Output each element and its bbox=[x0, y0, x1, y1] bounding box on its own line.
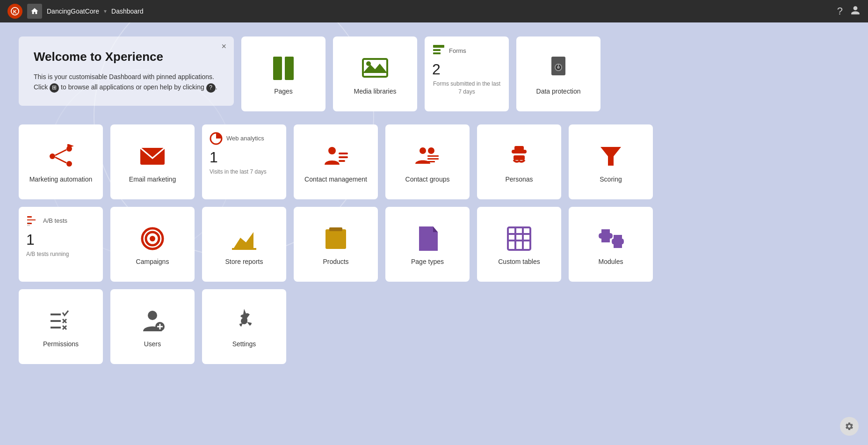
tile-custom-tables-label: Custom tables bbox=[498, 257, 540, 266]
tile-pages-label: Pages bbox=[274, 87, 293, 95]
tile-modules-label: Modules bbox=[599, 257, 623, 266]
svg-rect-24 bbox=[339, 156, 348, 158]
tile-media-libraries[interactable]: Media libraries bbox=[333, 36, 417, 111]
svg-rect-29 bbox=[427, 158, 439, 160]
svg-point-6 bbox=[366, 61, 371, 66]
forms-stat-desc: Forms submitted in the last 7 days bbox=[432, 80, 501, 96]
svg-point-13 bbox=[50, 153, 55, 159]
svg-rect-33 bbox=[514, 155, 525, 160]
svg-marker-5 bbox=[363, 64, 387, 73]
svg-line-16 bbox=[55, 150, 66, 155]
tile-data-protection[interactable]: Data protection bbox=[516, 36, 600, 111]
apps-inline-icon: ⊞ bbox=[50, 83, 59, 93]
tile-marketing-automation[interactable]: Marketing automation bbox=[19, 124, 103, 199]
bottom-settings-button[interactable] bbox=[840, 417, 859, 436]
svg-marker-34 bbox=[600, 147, 621, 166]
forms-stat-name: Forms bbox=[449, 47, 466, 54]
tile-scoring[interactable]: Scoring bbox=[569, 124, 653, 199]
svg-rect-7 bbox=[433, 45, 444, 48]
svg-rect-43 bbox=[232, 248, 256, 250]
svg-point-42 bbox=[150, 236, 155, 241]
tile-contact-groups-label: Contact groups bbox=[405, 175, 450, 183]
svg-rect-47 bbox=[508, 227, 530, 250]
tile-contact-management[interactable]: Contact management bbox=[294, 124, 378, 199]
forms-stat-number: 2 bbox=[432, 61, 441, 78]
svg-point-27 bbox=[428, 147, 434, 154]
help-button[interactable]: ? bbox=[837, 5, 843, 17]
svg-marker-44 bbox=[234, 232, 253, 248]
tile-personas-label: Personas bbox=[505, 175, 533, 183]
row1-tiles: Pages Media libraries bbox=[241, 36, 600, 111]
tile-custom-tables[interactable]: Custom tables bbox=[477, 207, 561, 282]
tile-campaigns[interactable]: Campaigns bbox=[110, 207, 195, 282]
welcome-panel: Welcome to Xperience × This is your cust… bbox=[19, 36, 234, 106]
tile-permissions-label: Permissions bbox=[43, 340, 79, 348]
home-button[interactable] bbox=[27, 4, 42, 19]
svg-rect-18 bbox=[67, 144, 69, 150]
tile-contact-groups[interactable]: Contact groups bbox=[385, 124, 470, 199]
svg-point-15 bbox=[66, 161, 72, 167]
ab-stat-desc: A/B tests running bbox=[26, 250, 69, 258]
tile-contact-mgmt-label: Contact management bbox=[304, 175, 367, 183]
tile-web-analytics[interactable]: Web analytics 1 Visits in the last 7 day… bbox=[202, 124, 286, 199]
row4-tiles: Permissions Users bbox=[19, 289, 653, 364]
svg-rect-2 bbox=[273, 57, 282, 80]
welcome-title: Welcome to Xperience bbox=[34, 50, 219, 64]
ab-stat-number: 1 bbox=[26, 231, 35, 248]
tile-page-types-label: Page types bbox=[411, 257, 444, 266]
top-navigation: K DancingGoatCore ▾ Dashboard ? bbox=[0, 0, 868, 22]
svg-text:K: K bbox=[13, 9, 17, 15]
help-inline-icon: ? bbox=[206, 83, 216, 93]
tile-users[interactable]: Users bbox=[110, 289, 195, 364]
tile-products[interactable]: Products bbox=[294, 207, 378, 282]
svg-point-22 bbox=[328, 147, 336, 154]
tile-personas[interactable]: Personas bbox=[477, 124, 561, 199]
tile-forms[interactable]: Forms 2 Forms submitted in the last 7 da… bbox=[425, 36, 509, 111]
tile-store-reports-label: Store reports bbox=[225, 257, 263, 266]
ab-stat-name: A/B tests bbox=[43, 217, 67, 224]
svg-rect-4 bbox=[363, 59, 387, 77]
welcome-description: This is your customisable Dashboard with… bbox=[34, 72, 219, 93]
svg-rect-30 bbox=[427, 161, 435, 162]
svg-point-59 bbox=[148, 311, 157, 320]
row3-tiles: A/B tests 1 A/B tests running Campaigns bbox=[19, 207, 653, 282]
tile-settings[interactable]: Settings bbox=[202, 289, 286, 364]
tile-scoring-label: Scoring bbox=[600, 175, 622, 183]
svg-rect-3 bbox=[285, 57, 294, 80]
tile-settings-label: Settings bbox=[232, 340, 256, 348]
svg-point-12 bbox=[557, 66, 560, 69]
close-welcome-button[interactable]: × bbox=[221, 42, 226, 51]
user-button[interactable] bbox=[850, 5, 861, 18]
tile-modules[interactable]: Modules bbox=[569, 207, 653, 282]
brand-name: DancingGoatCore bbox=[47, 7, 99, 15]
svg-rect-46 bbox=[329, 227, 342, 231]
tile-data-protection-label: Data protection bbox=[536, 87, 581, 95]
tile-email-marketing[interactable]: Email marketing bbox=[110, 124, 195, 199]
tile-products-label: Products bbox=[323, 257, 348, 266]
svg-rect-25 bbox=[339, 160, 345, 162]
svg-rect-32 bbox=[514, 146, 524, 151]
tile-media-label: Media libraries bbox=[354, 87, 396, 95]
svg-rect-9 bbox=[433, 52, 441, 54]
tile-store-reports[interactable]: Store reports bbox=[202, 207, 286, 282]
svg-rect-28 bbox=[427, 155, 439, 157]
tile-ab-tests[interactable]: A/B tests 1 A/B tests running bbox=[19, 207, 103, 282]
main-content: Welcome to Xperience × This is your cust… bbox=[0, 22, 868, 378]
tile-page-types[interactable]: Page types bbox=[385, 207, 470, 282]
analytics-stat-name: Web analytics bbox=[226, 135, 264, 142]
page-title: Dashboard bbox=[111, 7, 144, 15]
tile-users-label: Users bbox=[144, 340, 161, 348]
svg-rect-35 bbox=[27, 216, 32, 218]
kentico-logo[interactable]: K bbox=[7, 4, 22, 19]
breadcrumb-arrow: ▾ bbox=[104, 8, 107, 15]
tile-marketing-label: Marketing automation bbox=[29, 175, 93, 183]
row2-tiles: Marketing automation Email marketing bbox=[19, 124, 653, 199]
tile-pages[interactable]: Pages bbox=[241, 36, 326, 111]
tile-email-label: Email marketing bbox=[129, 175, 176, 183]
svg-point-26 bbox=[420, 147, 426, 154]
svg-rect-45 bbox=[326, 229, 346, 249]
analytics-stat-number: 1 bbox=[210, 149, 218, 166]
tile-permissions[interactable]: Permissions bbox=[19, 289, 103, 364]
svg-rect-23 bbox=[339, 153, 348, 154]
analytics-stat-desc: Visits in the last 7 days bbox=[210, 168, 267, 176]
